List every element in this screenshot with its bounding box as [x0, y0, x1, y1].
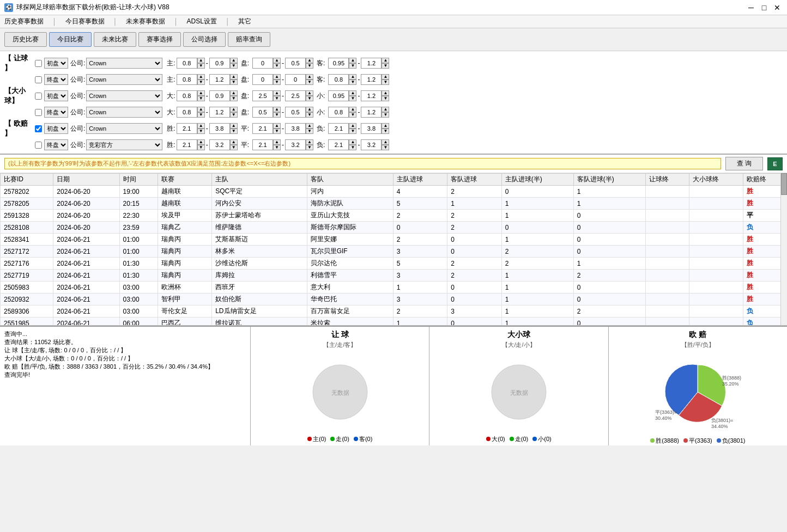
svg-text:34.40%: 34.40%: [711, 424, 728, 429]
ranqiu-row1-pan1[interactable]: ▲▼: [252, 58, 281, 69]
svg-text:胜(3888)=: 胜(3888)=: [722, 375, 741, 381]
app-icon: ⚽: [4, 3, 13, 12]
oupa-chart-legend: 胜(3888) 平(3363) 负(3801): [650, 435, 745, 447]
log-panel: 查询中... 查询结果：11052 场比赛。 让 球【主/走/客, 场数: 0 …: [0, 327, 251, 445]
svg-text:无数据: 无数据: [510, 389, 528, 396]
close-button[interactable]: ✕: [772, 3, 783, 12]
menu-today[interactable]: 今日赛事数据: [65, 17, 105, 26]
table-row[interactable]: 25913282024-06-2022:30埃及甲苏伊士蒙塔哈布亚历山大竞技22…: [1, 210, 787, 222]
table-row[interactable]: 25059832024-06-2103:00欧洲杯西班牙意大利1010胜: [1, 282, 787, 293]
oupa-chart-sub: 【胜/平/负】: [681, 341, 715, 349]
svg-text:无数据: 无数据: [331, 389, 349, 396]
toolbar: 历史比赛 今日比赛 未来比赛 赛事选择 公司选择 赔率查询: [0, 28, 787, 51]
oupa-row2-type[interactable]: 终盘初盘: [44, 139, 68, 150]
table-row[interactable]: 25893062024-06-2103:00哥伦女足LD瓜纳雷女足百万富翁女足2…: [1, 305, 787, 317]
ranqiu-row1-company[interactable]: Crown: [86, 58, 162, 69]
ranqiu-row1-ke1[interactable]: ▲▼: [328, 58, 356, 69]
table-row[interactable]: 25281082024-06-2023:59瑞典乙维萨隆德斯德哥尔摩国际0200…: [1, 222, 787, 234]
excel-export-button[interactable]: E: [767, 157, 783, 170]
title-bar-left: ⚽ 球探网足球赔率数据下载分析(欧赔-让球-大小球) V88: [4, 3, 169, 12]
ranqiu-checkbox[interactable]: [35, 60, 42, 67]
ranqiu-row1-type[interactable]: 初盘终盘: [44, 58, 68, 69]
table-row[interactable]: 25271722024-06-2101:00瑞典丙林多米瓦尔贝里GIF3020胜: [1, 246, 787, 258]
table-row[interactable]: 25519852024-06-2106:00巴西乙维拉诺瓦米拉索1010负: [1, 317, 787, 326]
maximize-button[interactable]: □: [759, 3, 770, 12]
col-away-half: 客队进球(半): [573, 174, 645, 186]
col-away-goals: 客队进球: [447, 174, 501, 186]
menu-adsl[interactable]: ADSL设置: [187, 17, 217, 26]
col-daxiaoqiu-end: 大小球终: [689, 174, 743, 186]
svg-text:负(3801)=: 负(3801)=: [711, 418, 733, 423]
ranqiu-chart-area: 无数据: [251, 351, 429, 433]
oupa-bracket-label: 【 欧赔 】: [4, 119, 35, 138]
menu-future[interactable]: 未来赛事数据: [126, 17, 165, 26]
daxiaoqiu-bracket-label: 【大小球】: [4, 86, 35, 106]
odds-query-button[interactable]: 赔率查询: [228, 32, 270, 47]
oupa-chart-area: 胜(3888)= 35.20% 负(3801)= 34.40% 平(3363)=…: [609, 351, 787, 435]
daxiaoqiu-chart-sub: 【大/走/小】: [502, 341, 535, 349]
col-home-goals: 主队进球: [393, 174, 447, 186]
ranqiu-row2-type[interactable]: 终盘初盘: [44, 74, 68, 85]
oupa-row1-type[interactable]: 初盘终盘: [44, 123, 68, 134]
history-match-button[interactable]: 历史比赛: [4, 32, 47, 47]
data-table-container: 比赛ID 日期 时间 联赛 主队 客队 主队进球 客队进球 主队进球(半) 客队…: [0, 173, 787, 326]
col-home-half: 主队进球(半): [501, 174, 573, 186]
minimize-button[interactable]: ─: [746, 3, 756, 12]
daxiaoqiu-checkbox[interactable]: [35, 93, 42, 100]
ranqiu-row1-ke2[interactable]: ▲▼: [361, 58, 389, 69]
svg-text:平(3363)=: 平(3363)=: [655, 409, 677, 415]
daxiaoqiu-chart-area: 无数据: [429, 351, 608, 433]
col-date: 日期: [53, 174, 119, 186]
col-ranqiu-end: 让球终: [645, 174, 689, 186]
oupa-row2-company[interactable]: 竞彩官方: [86, 139, 162, 150]
log-line-3: 让 球【主/走/客, 场数: 0 / 0 / 0，百分比：/ / 】: [4, 346, 246, 354]
today-match-button[interactable]: 今日比赛: [49, 32, 92, 47]
oupa-chart-panel: 欧 赔 【胜/平/负】 胜(3888)= 35.20% 负(3801)=: [609, 327, 787, 445]
info-text: (以上所有数字参数为'99'时为该参数不起作用,'-'左右参数代表该数值X应满足…: [4, 158, 721, 169]
table-row[interactable]: 25209322024-06-2103:00智利甲奴伯伦斯华奇巴托3010胜: [1, 293, 787, 305]
title-bar: ⚽ 球探网足球赔率数据下载分析(欧赔-让球-大小球) V88 ─ □ ✕: [0, 0, 787, 15]
log-line-4: 大小球【大/走/小, 场数：0 / 0 / 0，百分比：/ / 】: [4, 354, 246, 363]
daxiaoqiu-row1-company[interactable]: Crown: [86, 90, 162, 101]
future-match-button[interactable]: 未来比赛: [94, 32, 136, 47]
company-select-button[interactable]: 公司选择: [183, 32, 226, 47]
oupa-checkbox[interactable]: [35, 125, 42, 132]
daxiaoqiu-row1-type[interactable]: 初盘终盘: [44, 90, 68, 101]
ranqiu-row2-checkbox[interactable]: [35, 76, 42, 83]
daxiaoqiu-chart-panel: 大小球 【大/走/小】 无数据 大(0) 走(0) 小(0): [429, 327, 608, 445]
log-line-6: 查询完毕!: [4, 371, 246, 379]
menu-history[interactable]: 历史赛事数据: [4, 17, 44, 26]
menu-bar: 历史赛事数据 │ 今日赛事数据 │ 未来赛事数据 │ ADSL设置 │ 其它: [0, 15, 787, 28]
ranqiu-chart-legend: 主(0) 走(0) 客(0): [307, 433, 372, 445]
table-row[interactable]: 25782022024-06-2019:00越南联SQC平定河内4201胜: [1, 186, 787, 198]
log-line-1: 查询中...: [4, 330, 246, 338]
oupa-row1-company[interactable]: Crown: [86, 123, 162, 134]
oupa-row2-checkbox[interactable]: [35, 142, 42, 149]
data-table: 比赛ID 日期 时间 联赛 主队 客队 主队进球 客队进球 主队进球(半) 客队…: [0, 173, 787, 326]
col-league: 联赛: [158, 174, 211, 186]
table-row[interactable]: 25277192024-06-2101:30瑞典丙库姆拉利德雪平3212胜: [1, 270, 787, 282]
query-button[interactable]: 查 询: [725, 157, 763, 170]
ranqiu-row2-company[interactable]: Crown: [86, 74, 162, 85]
col-time: 时间: [119, 174, 158, 186]
daxiaoqiu-row2-company[interactable]: Crown: [86, 107, 162, 118]
filter-area: 【 让球 】 初盘终盘 公司: Crown 主: ▲▼ - ▲▼ 盘: ▲▼ -…: [0, 51, 787, 155]
ranqiu-row1-zhu2[interactable]: ▲▼: [209, 58, 238, 69]
ranqiu-chart-title: 让 球: [331, 327, 349, 341]
window-controls[interactable]: ─ □ ✕: [746, 3, 783, 12]
match-select-button[interactable]: 赛事选择: [138, 32, 181, 47]
daxiaoqiu-row2-checkbox[interactable]: [35, 109, 42, 116]
daxiaoqiu-chart-legend: 大(0) 走(0) 小(0): [486, 433, 551, 445]
oupa-pie-chart: 胜(3888)= 35.20% 负(3801)= 34.40% 平(3363)=…: [654, 351, 741, 433]
table-row[interactable]: 25782052024-06-2020:15越南联河内公安海防水泥队5111胜: [1, 198, 787, 210]
daxiaoqiu-pie-chart: 无数据: [486, 359, 552, 425]
menu-other[interactable]: 其它: [238, 17, 251, 26]
ranqiu-row1-zhu1[interactable]: ▲▼: [177, 58, 205, 69]
ranqiu-row1-pan2[interactable]: ▲▼: [285, 58, 313, 69]
ranqiu-chart-sub: 【主/走/客】: [323, 341, 356, 349]
table-row[interactable]: 25283412024-06-2101:00瑞典丙艾斯基斯迈阿里安娜2010胜: [1, 234, 787, 246]
daxiaoqiu-row2-type[interactable]: 终盘初盘: [44, 107, 68, 118]
ranqiu-pie-chart: 无数据: [307, 359, 373, 425]
ranqiu-bracket-label: 【 让球 】: [4, 53, 35, 73]
table-row[interactable]: 25271762024-06-2101:30瑞典丙沙维达伦斯贝尔达伦5221胜: [1, 258, 787, 270]
